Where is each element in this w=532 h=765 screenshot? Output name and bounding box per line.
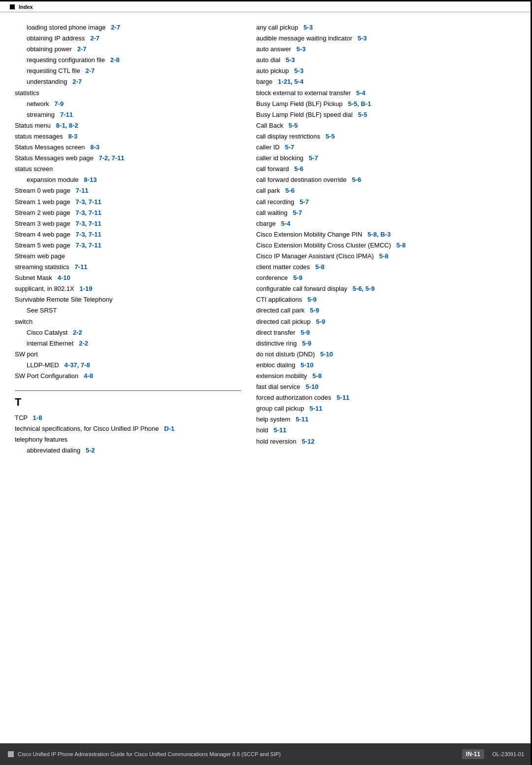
entry-text: conference 5-9 [256, 273, 507, 283]
entry-link[interactable]: 4-8 [84, 372, 93, 380]
entry-link[interactable]: 5-10 [320, 350, 333, 358]
index-item-auto-pickup: auto pickup 5-3 [256, 66, 507, 76]
entry-link[interactable]: 5-5 [358, 111, 367, 118]
entry-link[interactable]: 5-2 [86, 447, 95, 454]
entry-link[interactable]: 5-4 [281, 220, 291, 227]
entry-link[interactable]: 5-9 [316, 318, 325, 325]
entry-link[interactable]: 2-7 [90, 35, 100, 42]
entry-text: CTI applications 5-9 [256, 294, 507, 305]
entry-link[interactable]: 5-9 [310, 307, 319, 314]
entry-link[interactable]: 5-6, 5-9 [353, 285, 375, 292]
entry-text: call forward destination override 5-6 [256, 174, 507, 185]
entry-link[interactable]: 5-3 [286, 56, 295, 64]
entry-link[interactable]: 1-19 [80, 285, 93, 292]
entry-link[interactable]: 5-7 [299, 198, 309, 206]
entry-text: TCP 1-8 [15, 413, 241, 423]
entry-link[interactable]: 5-9 [302, 340, 311, 347]
entry-text: caller id blocking 5-7 [256, 153, 507, 164]
entry-link[interactable]: 5-9 [293, 274, 302, 281]
entry-link[interactable]: 5-5 [289, 122, 298, 129]
entry-link[interactable]: 5-7 [285, 143, 295, 151]
entry-link[interactable]: 5-6 [294, 165, 303, 173]
entry-link[interactable]: 7-3, 7-11 [76, 209, 101, 216]
entry-text: call park 5-6 [256, 185, 507, 196]
entry-link[interactable]: 5-6 [285, 187, 295, 194]
index-item-sw-port-config: SW Port Configuration 4-8 [15, 371, 241, 382]
entry-link[interactable]: 7-9 [54, 100, 64, 107]
entry-link[interactable]: 5-9 [300, 329, 310, 336]
entry-link[interactable]: 5-11 [336, 394, 349, 401]
entry-link[interactable]: 7-11 [74, 263, 87, 271]
footer-page-num-container: IN-11 OL-23091-01 [462, 749, 524, 759]
index-item-blf-speed-dial: Busy Lamp Field (BLF) speed dial 5-5 [256, 109, 507, 120]
entry-link[interactable]: 7-2, 7-11 [99, 154, 125, 162]
entry-link[interactable]: 8-13 [84, 176, 97, 183]
entry-link[interactable]: 5-5, B-1 [348, 100, 371, 107]
entry-link[interactable]: 5-3 [297, 45, 306, 53]
entry-link[interactable]: 5-7 [293, 209, 302, 216]
entry-link[interactable]: 5-10 [300, 361, 313, 369]
index-item-network: network 7-9 [15, 99, 241, 109]
entry-text: Cisco Extension Mobility Change PIN 5-8,… [256, 229, 507, 240]
entry-link[interactable]: 5-3 [294, 67, 303, 74]
entry-link[interactable]: 5-12 [302, 438, 315, 445]
index-item-technical-specs: technical specifications, for Cisco Unif… [15, 423, 241, 434]
entry-text: understanding 2-7 [15, 76, 241, 87]
index-item-obtaining-ip: obtaining IP address 2-7 [15, 33, 241, 44]
entry-text: streaming statistics 7-11 [15, 262, 241, 273]
entry-text: supplicant, in 802.1X 1-19 [15, 283, 241, 294]
entry-link[interactable]: 7-3, 7-11 [76, 198, 101, 206]
entry-link[interactable]: 4-10 [58, 274, 70, 281]
entry-link[interactable]: 5-10 [305, 383, 318, 390]
entry-link[interactable]: 2-7 [72, 78, 82, 85]
entry-link[interactable]: 5-4 [356, 89, 366, 97]
entry-link[interactable]: 7-11 [76, 187, 89, 194]
entry-link[interactable]: 2-7 [77, 45, 87, 53]
index-item-requesting-config: requesting configuration file 2-8 [15, 55, 241, 66]
entry-link[interactable]: 2-7 [111, 24, 120, 31]
entry-link[interactable]: 5-8 [379, 252, 389, 260]
entry-link[interactable]: 1-8 [33, 414, 42, 421]
entry-link[interactable]: 2-2 [79, 340, 88, 347]
entry-text: call waiting 5-7 [256, 208, 507, 218]
entry-link[interactable]: 5-8 [312, 372, 322, 380]
entry-text: Stream web page [15, 251, 241, 262]
page-header: Index [0, 0, 532, 12]
entry-link[interactable]: 5-9 [307, 296, 317, 303]
entry-link[interactable]: 5-5 [326, 133, 335, 140]
footer-left: Cisco Unified IP Phone Administration Gu… [8, 751, 281, 757]
entry-link[interactable]: 5-8 [397, 242, 406, 249]
left-column: loading stored phone image 2-7 obtaining… [15, 22, 251, 456]
index-item-requesting-ctl: requesting CTL file 2-7 [15, 66, 241, 76]
entry-link[interactable]: 4-37, 7-8 [65, 361, 90, 369]
entry-link[interactable]: 5-8, B-3 [367, 231, 391, 238]
entry-link[interactable]: 5-6 [352, 176, 361, 183]
entry-text: fast dial service 5-10 [256, 382, 507, 392]
index-item-status-menu: Status menu 8-1, 8-2 [15, 120, 241, 131]
entry-link[interactable]: 7-3, 7-11 [76, 220, 101, 227]
entry-link[interactable]: 1-21, 5-4 [278, 78, 303, 85]
entry-link[interactable]: 5-3 [358, 35, 367, 42]
entry-text: call recording 5-7 [256, 197, 507, 208]
entry-link[interactable]: 8-1, 8-2 [56, 122, 78, 129]
entry-link[interactable]: 5-11 [296, 416, 308, 423]
index-item-group-call-pickup: group call pickup 5-11 [256, 403, 507, 414]
entry-link[interactable]: 5-8 [315, 263, 325, 271]
entry-link[interactable]: D-1 [164, 425, 174, 432]
entry-link[interactable]: 2-2 [73, 329, 82, 336]
entry-link[interactable]: 5-11 [309, 405, 322, 412]
entry-text: statistics [15, 88, 241, 99]
entry-link[interactable]: 2-7 [85, 67, 95, 74]
index-item-status-messages-web: Status Messages web page 7-2, 7-11 [15, 153, 241, 164]
entry-text: requesting configuration file 2-8 [15, 55, 241, 66]
index-item-auto-dial: auto dial 5-3 [256, 55, 507, 66]
entry-link[interactable]: 8-3 [68, 133, 77, 140]
entry-link[interactable]: 7-11 [60, 111, 73, 118]
entry-link[interactable]: 5-11 [273, 426, 286, 434]
entry-link[interactable]: 2-8 [110, 56, 120, 64]
entry-link[interactable]: 7-3, 7-11 [76, 231, 101, 238]
entry-link[interactable]: 5-3 [303, 24, 313, 31]
entry-link[interactable]: 5-7 [309, 154, 318, 162]
entry-link[interactable]: 7-3, 7-11 [76, 242, 101, 249]
entry-link[interactable]: 8-3 [90, 143, 100, 151]
